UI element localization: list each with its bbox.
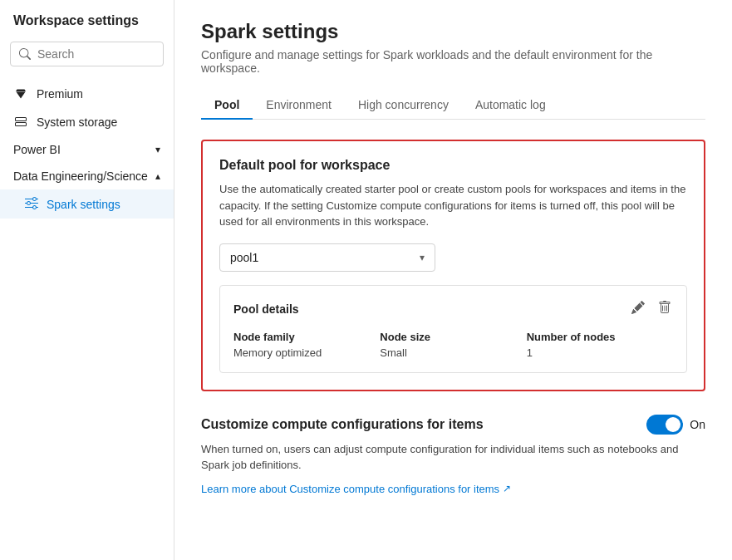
node-family-header: Node family <box>233 331 380 343</box>
node-family-value: Memory optimized <box>233 346 380 359</box>
pool-details-box: Pool details <box>219 285 687 373</box>
sidebar-section-power-bi[interactable]: Power BI ▾ <box>0 136 174 163</box>
sliders-icon <box>25 196 38 212</box>
customize-title: Customize compute configurations for ite… <box>201 417 484 432</box>
sidebar-title: Workspace settings <box>0 13 174 42</box>
search-input[interactable] <box>37 47 155 61</box>
sidebar-item-premium[interactable]: Premium <box>0 80 174 108</box>
pool-section-title: Default pool for workspace <box>219 158 687 173</box>
sidebar-subitems: Spark settings <box>0 189 174 219</box>
pool-section-description: Use the automatically created starter po… <box>219 181 687 230</box>
toggle-knob <box>666 417 680 432</box>
chevron-down-icon: ▾ <box>420 252 425 263</box>
tab-pool[interactable]: Pool <box>201 91 253 120</box>
diamond-icon <box>13 86 28 101</box>
sidebar-section-power-bi-label: Power BI <box>13 143 61 156</box>
delete-button[interactable] <box>656 299 673 319</box>
tab-automatic-log[interactable]: Automatic log <box>462 91 559 120</box>
page-title: Spark settings <box>201 20 705 43</box>
pool-details-columns: Node family Memory optimized Node size S… <box>233 331 673 359</box>
sidebar-section-data-engineering-label: Data Engineering/Science <box>13 169 148 183</box>
pool-details-title: Pool details <box>233 302 299 316</box>
search-icon <box>19 48 31 60</box>
toggle-label: On <box>690 418 705 431</box>
pool-details-header: Pool details <box>233 299 673 319</box>
pool-col-node-family: Node family Memory optimized <box>233 331 380 359</box>
node-size-header: Node size <box>380 331 526 343</box>
num-nodes-value: 1 <box>527 346 673 359</box>
pool-section: Default pool for workspace Use the autom… <box>201 140 705 391</box>
pool-dropdown[interactable]: pool1 ▾ <box>219 243 435 272</box>
storage-icon <box>13 115 28 130</box>
sidebar-item-system-storage-label: System storage <box>37 115 117 129</box>
external-link-icon: ↗ <box>503 483 511 494</box>
pool-col-node-size: Node size Small <box>380 331 526 359</box>
toggle-wrapper: On <box>646 415 705 435</box>
num-nodes-header: Number of nodes <box>527 331 673 343</box>
sidebar: Workspace settings Premium System storag… <box>0 0 174 560</box>
customize-header: Customize compute configurations for ite… <box>201 415 705 435</box>
learn-more-text: Learn more about Customize compute confi… <box>201 483 499 495</box>
search-box[interactable] <box>10 42 164 66</box>
tab-bar: Pool Environment High concurrency Automa… <box>201 91 705 120</box>
pool-col-num-nodes: Number of nodes 1 <box>527 331 673 359</box>
customize-toggle[interactable] <box>646 415 683 435</box>
pool-dropdown-value: pool1 <box>230 251 258 264</box>
sidebar-item-system-storage[interactable]: System storage <box>0 108 174 136</box>
sidebar-item-premium-label: Premium <box>37 87 83 101</box>
node-size-value: Small <box>380 346 526 359</box>
customize-description: When turned on, users can adjust compute… <box>201 441 705 474</box>
edit-button[interactable] <box>630 299 646 319</box>
sidebar-item-spark-settings-label: Spark settings <box>47 198 120 211</box>
pool-details-actions <box>630 299 673 319</box>
chevron-down-icon: ▾ <box>155 144 160 155</box>
sidebar-item-spark-settings[interactable]: Spark settings <box>0 189 174 219</box>
tab-environment[interactable]: Environment <box>253 91 345 120</box>
main-content: Spark settings Configure and manage sett… <box>174 0 732 560</box>
customize-section: Customize compute configurations for ite… <box>201 415 705 495</box>
learn-more-link[interactable]: Learn more about Customize compute confi… <box>201 483 511 495</box>
sidebar-section-data-engineering[interactable]: Data Engineering/Science ▴ <box>0 163 174 189</box>
tab-high-concurrency[interactable]: High concurrency <box>345 91 462 120</box>
page-description: Configure and manage settings for Spark … <box>201 48 683 75</box>
chevron-up-icon: ▴ <box>155 170 160 182</box>
